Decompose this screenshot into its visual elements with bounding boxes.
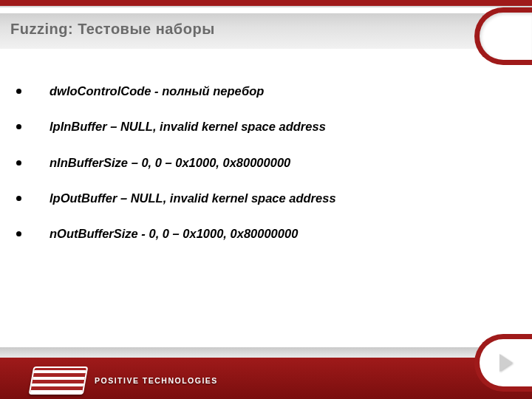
bullet-text: nInBufferSize – 0, 0 – 0x1000, 0x8000000… [50,154,290,171]
brand-name: POSITIVE TECHNOLOGIES [95,376,218,385]
slide: Fuzzing: Тестовые наборы dwIoControlCode… [0,0,532,399]
content-area: dwIoControlCode - полный перебор lpInBuf… [16,83,489,261]
top-border [0,0,532,6]
list-item: lpOutBuffer – NULL, invalid kernel space… [16,190,489,206]
bullet-text: lpInBuffer – NULL, invalid kernel space … [50,118,326,134]
next-arrow-container[interactable] [474,334,532,392]
list-item: dwIoControlCode - полный перебор [16,83,489,99]
bullet-icon [16,196,21,201]
title-band: Fuzzing: Тестовые наборы [0,13,532,49]
logo-icon [29,366,89,395]
list-item: nOutBufferSize - 0, 0 – 0x1000, 0x800000… [16,225,489,242]
top-highlight [0,6,532,7]
title-corner-decoration [474,7,532,65]
arrow-right-icon [499,354,513,372]
slide-title: Fuzzing: Тестовые наборы [10,21,215,38]
bullet-text: dwIoControlCode - полный перебор [50,83,264,99]
bullet-text: nOutBufferSize - 0, 0 – 0x1000, 0x800000… [50,225,298,242]
list-item: lpInBuffer – NULL, invalid kernel space … [16,118,489,134]
bottom-gray-band [0,347,532,358]
brand-logo: POSITIVE TECHNOLOGIES [31,366,218,395]
bullet-icon [16,231,21,236]
list-item: nInBufferSize – 0, 0 – 0x1000, 0x8000000… [16,154,489,171]
bullet-icon [16,160,21,166]
bullet-icon [16,124,21,129]
bullet-text: lpOutBuffer – NULL, invalid kernel space… [50,190,336,206]
bullet-icon [16,89,21,94]
